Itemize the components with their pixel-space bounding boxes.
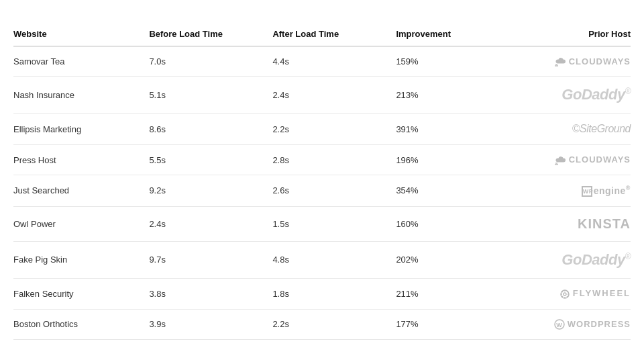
cell-website: Falken Security	[13, 278, 149, 309]
cell-improvement: 202%	[396, 241, 507, 278]
table-row: Just Searched 9.2s 2.6s 354% WPengine®	[13, 175, 631, 207]
wordpress-logo: W WORDPRESS	[554, 319, 631, 330]
cell-host: W WORDPRESS	[507, 309, 631, 340]
cell-before: 9.2s	[149, 175, 272, 207]
cell-after: 1.5s	[272, 206, 396, 241]
table-row: Samovar Tea 7.0s 4.4s 159% CLOUDWAYS	[13, 46, 631, 77]
cell-improvement: 391%	[396, 114, 507, 145]
flywheel-logo: FLYWHEEL	[559, 288, 631, 300]
cell-after: 2.4s	[272, 77, 396, 114]
cell-website: Boston Orthotics	[13, 309, 149, 340]
table-row: Falken Security 3.8s 1.8s 211% FLYWHEEL	[13, 278, 631, 309]
cloudways-logo: CLOUDWAYS	[553, 56, 631, 67]
cell-before: 3.8s	[149, 278, 272, 309]
header-host: Prior Host	[507, 22, 631, 46]
table-row: Press Host 5.5s 2.8s 196% CLOUDWAYS	[13, 145, 631, 175]
cell-website: Owl Power	[13, 206, 149, 241]
table-row: Boston Orthotics 3.9s 2.2s 177% W WORDPR…	[13, 309, 631, 340]
cell-before: 8.6s	[149, 114, 272, 145]
cell-improvement: 159%	[396, 46, 507, 77]
cell-improvement: 211%	[396, 278, 507, 309]
cell-before: 9.7s	[149, 241, 272, 278]
svg-text:W: W	[556, 322, 563, 328]
cell-after: 4.4s	[272, 46, 396, 77]
cell-before: 7.0s	[149, 46, 272, 77]
cell-after: 2.8s	[272, 145, 396, 175]
cell-website: Fake Pig Skin	[13, 241, 149, 278]
cloudways-logo: CLOUDWAYS	[553, 154, 631, 165]
cell-improvement: 160%	[396, 206, 507, 241]
cell-website: Press Host	[13, 145, 149, 175]
cell-website: Nash Insurance	[13, 77, 149, 114]
cell-host: CLOUDWAYS	[507, 46, 631, 77]
cell-website: Samovar Tea	[13, 46, 149, 77]
cell-host: GoDaddy®	[507, 241, 631, 278]
cell-after: 2.2s	[272, 114, 396, 145]
cell-before: 3.9s	[149, 309, 272, 340]
cell-improvement: 196%	[396, 145, 507, 175]
cell-host: CLOUDWAYS	[507, 145, 631, 175]
cell-host: WPengine®	[507, 175, 631, 207]
header-after: After Load Time	[272, 22, 396, 46]
svg-line-10	[561, 291, 563, 292]
table-header-row: Website Before Load Time After Load Time…	[13, 22, 631, 46]
table-row: Fake Pig Skin 9.7s 4.8s 202% GoDaddy®	[13, 241, 631, 278]
table-row: Owl Power 2.4s 1.5s 160% KINSTA	[13, 206, 631, 241]
cell-after: 2.2s	[272, 309, 396, 340]
siteground-logo: ©SiteGround	[572, 123, 631, 135]
cell-improvement: 354%	[396, 175, 507, 207]
cell-before: 5.1s	[149, 77, 272, 114]
godaddy-logo: GoDaddy®	[561, 251, 631, 269]
cell-before: 5.5s	[149, 145, 272, 175]
svg-line-13	[561, 296, 563, 298]
cell-after: 4.8s	[272, 241, 396, 278]
performance-table: Website Before Load Time After Load Time…	[13, 22, 631, 340]
cell-after: 2.6s	[272, 175, 396, 207]
cell-host: GoDaddy®	[507, 77, 631, 114]
svg-line-12	[567, 291, 568, 292]
cell-after: 1.8s	[272, 278, 396, 309]
svg-line-11	[567, 296, 568, 298]
wpengine-logo: WPengine®	[582, 185, 631, 197]
table-row: Nash Insurance 5.1s 2.4s 213% GoDaddy®	[13, 77, 631, 114]
header-website: Website	[13, 22, 149, 46]
cell-improvement: 213%	[396, 77, 507, 114]
cell-host: ©SiteGround	[507, 114, 631, 145]
svg-point-5	[564, 293, 566, 296]
cell-website: Just Searched	[13, 175, 149, 207]
cell-before: 2.4s	[149, 206, 272, 241]
cell-host: KINSTA	[507, 206, 631, 241]
cell-host: FLYWHEEL	[507, 278, 631, 309]
table-row: Ellipsis Marketing 8.6s 2.2s 391% ©SiteG…	[13, 114, 631, 145]
header-before: Before Load Time	[149, 22, 272, 46]
kinsta-logo: KINSTA	[578, 216, 631, 232]
cell-website: Ellipsis Marketing	[13, 114, 149, 145]
cell-improvement: 177%	[396, 309, 507, 340]
table-container: Website Before Load Time After Load Time…	[13, 9, 631, 353]
header-improvement: Improvement	[396, 22, 507, 46]
godaddy-logo: GoDaddy®	[561, 86, 631, 103]
